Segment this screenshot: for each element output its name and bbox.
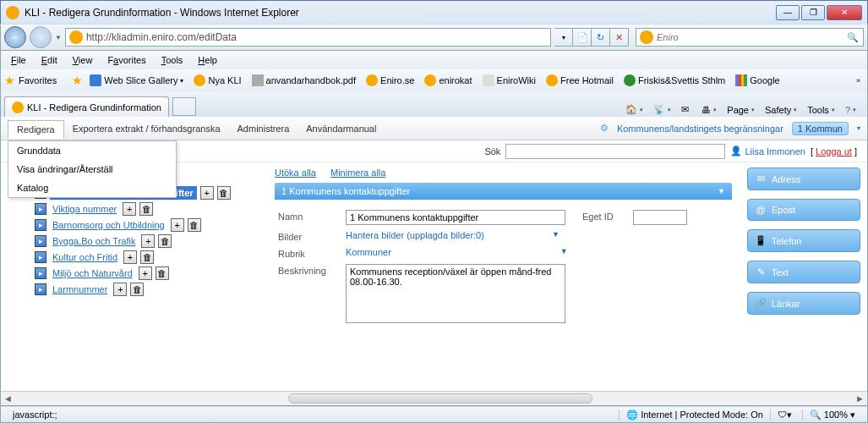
tree-item-bygga[interactable]: Bygga,Bo och Trafik bbox=[50, 235, 138, 247]
tree-add-icon[interactable]: + bbox=[139, 266, 152, 280]
tree-expand-icon[interactable]: ▸ bbox=[35, 235, 46, 247]
mail-button[interactable]: ✉ bbox=[679, 102, 694, 117]
fav-google[interactable]: Google bbox=[732, 73, 783, 88]
tree-expand-icon[interactable]: ▸ bbox=[35, 251, 46, 263]
side-adress-button[interactable]: ✉Adress bbox=[747, 168, 860, 190]
appmenu-redigera[interactable]: Redigera bbox=[8, 120, 64, 139]
tree-add-icon[interactable]: + bbox=[123, 202, 136, 216]
restrictions-link[interactable]: Kommunens/landstingets begränsningar bbox=[617, 124, 783, 134]
status-security-icon[interactable]: 🛡▾ bbox=[770, 409, 799, 420]
fav-eniro-se[interactable]: Eniro.se bbox=[363, 73, 418, 88]
window-close-button[interactable]: ✕ bbox=[827, 5, 862, 20]
minimera-link[interactable]: Minimera alla bbox=[330, 168, 385, 178]
submenu-katalog[interactable]: Katalog bbox=[8, 179, 176, 197]
tree-add-icon[interactable]: + bbox=[171, 218, 184, 232]
side-text-button[interactable]: ✎Text bbox=[747, 261, 860, 283]
favorites-bar-star-icon[interactable]: ★ bbox=[72, 74, 83, 87]
side-lankar-button[interactable]: 🔗Länkar bbox=[747, 292, 860, 315]
tree-add-icon[interactable]: + bbox=[113, 283, 127, 296]
bilder-dropdown-icon[interactable]: ▼ bbox=[552, 230, 560, 239]
scroll-right-icon[interactable]: ► bbox=[853, 392, 867, 406]
menu-view[interactable]: View bbox=[66, 53, 100, 67]
panel-header[interactable]: 1 Kommunens kontaktuppgifter ▼ bbox=[275, 183, 732, 200]
bilder-link[interactable]: Hantera bilder (upplagda bilder:0) bbox=[346, 230, 484, 240]
tree-item-viktiga[interactable]: Viktiga nummer bbox=[50, 203, 119, 215]
fav-web-slice[interactable]: Web Slice Gallery ▾ bbox=[86, 73, 187, 88]
badge-dropdown-icon[interactable]: ▾ bbox=[857, 124, 860, 132]
search-go-button[interactable]: 🔍 bbox=[843, 32, 863, 43]
scroll-left-icon[interactable]: ◄ bbox=[1, 392, 15, 406]
tree-expand-icon[interactable]: ▸ bbox=[35, 203, 46, 215]
appmenu-manual[interactable]: Användarmanual bbox=[298, 120, 385, 137]
submenu-visa[interactable]: Visa ändringar/Återställ bbox=[8, 160, 176, 179]
fav-friskis[interactable]: Friskis&Svettis Sthlm bbox=[620, 73, 729, 88]
favorites-star-icon[interactable]: ★ bbox=[4, 74, 15, 87]
logout-link[interactable]: Logga ut bbox=[816, 146, 852, 157]
browser-tab[interactable]: KLI - Redigera Grundinformation bbox=[4, 96, 169, 117]
beskrivning-textarea[interactable] bbox=[346, 264, 565, 323]
url-dropdown-button[interactable]: ▾ bbox=[554, 28, 573, 47]
rubrik-value[interactable]: Kommuner bbox=[346, 247, 391, 257]
page-menu[interactable]: Page bbox=[724, 103, 757, 117]
menu-help[interactable]: Help bbox=[191, 53, 224, 67]
tree-expand-icon[interactable]: ▸ bbox=[35, 267, 46, 279]
stop-button[interactable]: ✕ bbox=[610, 28, 629, 47]
tree-delete-icon[interactable]: 🗑 bbox=[130, 283, 144, 296]
appmenu-admin[interactable]: Administrera bbox=[229, 120, 298, 137]
appmenu-exportera[interactable]: Exportera extrakt / förhandsgranska bbox=[64, 120, 229, 137]
side-telefon-button[interactable]: 📱Telefon bbox=[747, 229, 860, 252]
browser-search-input[interactable] bbox=[657, 32, 843, 42]
namn-input[interactable] bbox=[346, 210, 565, 225]
nav-forward-button[interactable]: → bbox=[30, 26, 52, 48]
tree-delete-icon[interactable]: 🗑 bbox=[188, 218, 201, 232]
side-epost-button[interactable]: @Epost bbox=[747, 199, 860, 221]
tree-item-barn[interactable]: Barnomsorg och Utbildning bbox=[50, 219, 167, 231]
window-minimize-button[interactable]: — bbox=[776, 5, 800, 20]
scroll-thumb[interactable] bbox=[288, 393, 592, 404]
zoom-control[interactable]: 🔍 100% ▾ bbox=[802, 409, 862, 420]
fav-enirowiki[interactable]: EniroWiki bbox=[479, 73, 539, 88]
fav-nya-kli[interactable]: Nya KLI bbox=[190, 73, 244, 88]
fav-handbok[interactable]: anvandarhandbok.pdf bbox=[248, 73, 359, 88]
menu-edit[interactable]: Edit bbox=[35, 53, 64, 67]
safety-menu[interactable]: Safety bbox=[762, 103, 800, 117]
tree-add-icon[interactable]: + bbox=[123, 250, 137, 264]
tree-delete-icon[interactable]: 🗑 bbox=[156, 266, 169, 280]
address-bar[interactable] bbox=[86, 31, 550, 43]
tree-delete-icon[interactable]: 🗑 bbox=[217, 186, 231, 200]
nav-dropdown-icon[interactable]: ▼ bbox=[55, 34, 62, 41]
window-maximize-button[interactable]: ❐ bbox=[801, 5, 825, 20]
menu-file[interactable]: FFileile bbox=[4, 53, 33, 67]
refresh-button[interactable]: ↻ bbox=[592, 28, 610, 47]
tree-delete-icon[interactable]: 🗑 bbox=[140, 250, 154, 264]
kommun-badge[interactable]: 1 Kommun bbox=[792, 122, 849, 135]
favorites-label[interactable]: Favorites bbox=[19, 75, 57, 85]
feeds-button[interactable]: 📡 bbox=[651, 102, 674, 117]
egetid-input[interactable] bbox=[633, 210, 687, 225]
compat-view-button[interactable]: 📄 bbox=[573, 28, 592, 47]
fav-enirokat[interactable]: enirokat bbox=[421, 73, 475, 88]
help-button[interactable]: ? bbox=[843, 103, 859, 117]
tree-item-larm[interactable]: Larmnummer bbox=[50, 283, 110, 295]
horizontal-scrollbar[interactable]: ◄ ► bbox=[1, 391, 867, 405]
user-link[interactable]: 👤 Liisa Immonen bbox=[730, 146, 805, 157]
utoka-link[interactable]: Utöka alla bbox=[275, 168, 316, 178]
panel-collapse-icon[interactable]: ▼ bbox=[718, 187, 725, 195]
tree-expand-icon[interactable]: ▸ bbox=[35, 219, 46, 231]
rubrik-dropdown-icon[interactable]: ▼ bbox=[560, 247, 568, 255]
menu-tools[interactable]: Tools bbox=[155, 53, 190, 67]
nav-back-button[interactable]: ← bbox=[4, 26, 26, 48]
tree-item-kultur[interactable]: Kultur och Fritid bbox=[50, 251, 120, 263]
menu-favorites[interactable]: Favorites bbox=[101, 53, 152, 67]
submenu-grunddata[interactable]: Grunddata bbox=[8, 141, 176, 160]
home-button[interactable]: 🏠 bbox=[623, 102, 646, 117]
tree-add-icon[interactable]: + bbox=[141, 234, 155, 248]
new-tab-button[interactable] bbox=[172, 97, 196, 116]
favbar-overflow[interactable]: » bbox=[853, 76, 864, 85]
print-button[interactable]: 🖶 bbox=[699, 103, 719, 117]
tree-delete-icon[interactable]: 🗑 bbox=[139, 202, 153, 216]
fav-hotmail[interactable]: Free Hotmail bbox=[543, 73, 617, 88]
tree-add-icon[interactable]: + bbox=[200, 186, 214, 200]
tree-delete-icon[interactable]: 🗑 bbox=[158, 234, 172, 248]
tree-expand-icon[interactable]: ▸ bbox=[35, 283, 46, 295]
